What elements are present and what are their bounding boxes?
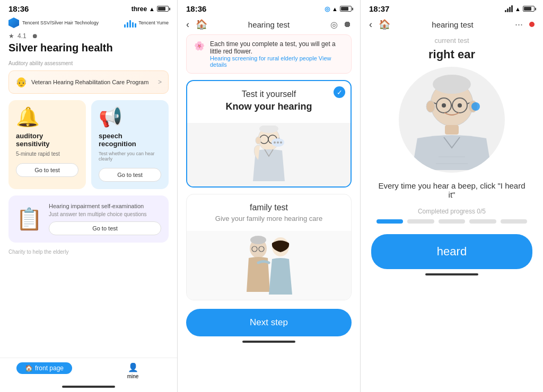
progress-dot-4 <box>469 219 496 224</box>
svg-point-10 <box>277 141 279 144</box>
current-test-label: current test <box>361 34 543 46</box>
family-test-illustration <box>187 231 351 300</box>
partner-name: Tencent Yume <box>138 20 169 25</box>
nav-bar-3: ‹ 🏠 hearing test ··· <box>361 15 543 34</box>
rating-area: Tencent Yume <box>124 18 169 28</box>
home-button-2[interactable]: 🏠 <box>196 19 207 30</box>
status-right-3: ▲ <box>505 5 535 12</box>
phone-3: 18:37 ▲ ‹ 🏠 hearing test ··· current tes… <box>361 0 543 392</box>
rating-value: 4.1 <box>17 32 27 40</box>
self-exam-sub: Just answer ten multiple choice question… <box>49 211 161 217</box>
banner-link-text: Hearing screening for rural elderly peop… <box>210 55 317 61</box>
status-right-2: ◎ ▲ <box>325 5 352 13</box>
instruction-text: Every time you hear a beep, click "I hea… <box>361 181 543 208</box>
nav-title-3: hearing test <box>432 20 473 29</box>
family-test-card[interactable]: family test Give your family more hearin… <box>186 194 352 300</box>
family-svg <box>237 234 301 297</box>
veteran-banner[interactable]: 👴 Veteran Hearing Rehabilitation Care Pr… <box>8 70 169 94</box>
clipboard-icon: 📋 <box>16 207 42 231</box>
speech-card: 📢 speech recognition Test whether you ca… <box>91 100 169 189</box>
time-3: 18:37 <box>369 4 389 13</box>
back-button-3[interactable]: ‹ <box>369 19 372 30</box>
card-row: 🔔 auditory sensitivity 5-minute rapid te… <box>0 100 177 195</box>
time-1: 18:36 <box>8 4 29 13</box>
svg-point-18 <box>433 75 471 94</box>
tencent-wave-icon <box>124 18 136 28</box>
tab-bar-1: 🏠 front page 👤 mine <box>0 358 177 381</box>
home-indicator-3 <box>361 269 543 280</box>
wifi-icon-3: ▲ <box>515 6 521 12</box>
svg-point-28 <box>471 102 480 111</box>
self-test-content: Test it yourself Know your hearing <box>187 81 351 123</box>
progress-dot-2 <box>407 219 434 224</box>
battery-2 <box>340 6 352 12</box>
family-test-content: family test Give your family more hearin… <box>187 194 351 231</box>
nav-bar-2: ‹ 🏠 hearing test ◎ ⏺ <box>178 15 360 34</box>
patient-avatar <box>399 67 505 173</box>
share-icon[interactable]: ◎ <box>330 20 338 30</box>
mine-icon: 👤 <box>128 362 138 372</box>
shield-icon <box>8 17 19 28</box>
back-button-2[interactable]: ‹ <box>186 19 189 30</box>
banner-text: Each time you complete a test, you will … <box>210 40 344 55</box>
home-icon: 🏠 <box>25 364 33 372</box>
status-bar-2: 18:36 ◎ ▲ <box>178 0 360 15</box>
banner-link[interactable]: Hearing screening for rural elderly peop… <box>210 55 344 68</box>
self-exam-title: Hearing impairment self-examination <box>49 203 161 209</box>
home-tab-btn[interactable]: 🏠 front page <box>16 362 72 374</box>
heard-button[interactable]: heard <box>371 234 532 269</box>
self-test-title: Test it yourself <box>196 90 342 99</box>
tab-mine[interactable]: 👤 mine <box>89 362 177 379</box>
self-exam-go-btn[interactable]: Go to test <box>49 221 161 235</box>
svg-point-9 <box>274 141 276 144</box>
progress-dots <box>361 219 543 234</box>
signal-icon <box>505 5 513 12</box>
flower-icon: 🌸 <box>194 41 205 51</box>
ear-label: right ear <box>361 46 543 67</box>
home-button-3[interactable]: 🏠 <box>379 19 390 30</box>
self-test-sub: Know your hearing <box>196 101 342 112</box>
family-test-sub: Give your family more hearing care <box>195 215 343 222</box>
wifi-icon-1: ▲ <box>149 6 155 12</box>
home-tab-label: front page <box>35 364 64 372</box>
check-icon: ✓ <box>334 86 345 98</box>
home-indicator-1 <box>0 381 177 392</box>
battery-3 <box>523 6 535 12</box>
time-2: 18:36 <box>186 4 206 13</box>
next-step-button[interactable]: Next step <box>186 309 352 336</box>
svg-rect-29 <box>445 125 459 135</box>
star-icon: ★ <box>8 32 14 40</box>
avatar-wrap <box>361 67 543 181</box>
progress-dot-3 <box>439 219 465 224</box>
p1-header: Tencent SSV/Silver Hair Technology Tence… <box>0 15 177 32</box>
home-indicator-2 <box>178 336 360 347</box>
speech-title: speech recognition <box>99 132 161 148</box>
phone-1: 18:36 three ▲ Tencent SSV/Silver Hair Te… <box>0 0 178 392</box>
progress-dot-5 <box>501 219 527 224</box>
page-subtitle-1: Auditory ability assessment <box>0 60 177 70</box>
record-icon: ⏺ <box>32 32 38 40</box>
speech-go-btn[interactable]: Go to test <box>99 168 161 182</box>
old-man-svg <box>245 126 293 184</box>
svg-point-26 <box>426 101 435 112</box>
svg-point-7 <box>256 137 261 144</box>
status-bar-1: 18:36 three ▲ <box>0 0 177 15</box>
self-exam-content: Hearing impairment self-examination Just… <box>49 203 161 235</box>
location-icon: ◎ <box>325 5 330 13</box>
veteran-text: Veteran Hearing Rehabilitation Care Prog… <box>31 79 148 85</box>
brand-logo: Tencent SSV/Silver Hair Technology <box>8 17 99 28</box>
more-options-icon[interactable]: ··· <box>515 19 523 30</box>
nav-title-2: hearing test <box>214 20 324 29</box>
veteran-icon: 👴 <box>15 76 27 88</box>
speaker-icon: 📢 <box>99 108 161 127</box>
auditory-card: 🔔 auditory sensitivity 5-minute rapid te… <box>8 100 86 189</box>
family-test-title: family test <box>195 203 343 212</box>
svg-point-11 <box>280 141 282 144</box>
auditory-go-btn[interactable]: Go to test <box>16 163 78 177</box>
bell-icon: 🔔 <box>16 108 78 127</box>
carrier-1: three <box>132 5 147 13</box>
self-test-card[interactable]: ✓ Test it yourself Know your hearing <box>186 80 352 188</box>
progress-dot-1 <box>376 219 403 224</box>
nav-icons-2: ◎ ⏺ <box>330 20 352 30</box>
tab-home[interactable]: 🏠 front page <box>0 362 89 379</box>
